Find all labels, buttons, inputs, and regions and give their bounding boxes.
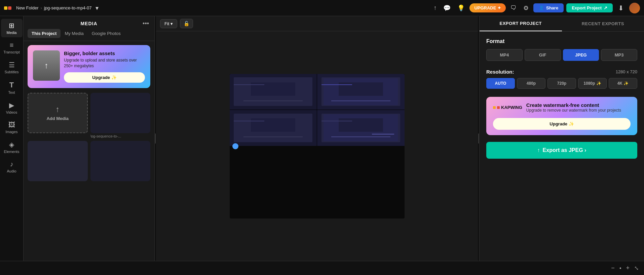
media-panel-more-btn[interactable]: ••• [143,20,149,27]
sidebar-item-videos[interactable]: ▶ Videos [1,99,23,117]
sidebar-item-subtitles-label: Subtitles [4,70,18,74]
export-content: Format MP4 GIF JPEG MP3 Resolution: 1280… [480,32,644,261]
upgrade-card-thumb: ↑ [33,50,60,81]
preview-toolbar: Fit ▾ 🔓 [156,16,478,31]
audio-icon: ♪ [10,160,13,168]
format-mp4-btn[interactable]: MP4 [486,49,523,61]
media-tabs: This Project My Media Google Photos [24,29,154,41]
sidebar-item-text[interactable]: T Text [1,78,23,97]
share-btn[interactable]: 👤 Share [533,3,564,12]
media-panel: MEDIA ••• This Project My Media Google P… [24,16,155,261]
format-mp3-btn[interactable]: MP3 [601,49,637,61]
fit-label: Fit [164,21,169,26]
preview-cell-2 [317,74,405,110]
res-480p-btn[interactable]: 480p [517,78,545,89]
export-panel: EXPORT PROJECT RECENT EXPORTS Format MP4… [479,16,644,261]
left-sidebar: ⊞ Media ≡ Transcript ☰ Subtitles T Text … [0,16,24,261]
upgrade-card-text: Bigger, bolder assets Upgrade to upload … [64,50,145,69]
export-project-label: Export Project [572,5,602,10]
videos-icon: ▶ [9,101,14,109]
upgrade-banner-title: Create watermark-free content [526,102,621,108]
sidebar-item-media-label: Media [7,31,17,35]
logo-sq-red [8,6,11,10]
lock-btn[interactable]: 🔓 [180,19,193,28]
res-1080p-btn[interactable]: 1080p ✨ [578,78,607,89]
res-auto-btn[interactable]: AUTO [486,78,515,89]
upgrade-btn[interactable]: UPGRADE ✦ [469,3,506,12]
chat-icon-btn[interactable]: 🗨 [508,3,519,13]
sidebar-item-subtitles[interactable]: ☰ Subtitles [1,58,23,77]
preview-grid [230,74,405,146]
export-share-icon: ↗ [604,5,607,10]
upgrade-card: ↑ Bigger, bolder assets Upgrade to uploa… [28,45,150,88]
zoom-controls: − • + ⤡ [609,264,639,272]
topbar: New Folder › jpg-sequence-to-mp4-07 ▾ ↑ … [0,0,644,16]
sidebar-item-text-label: Text [8,90,15,94]
export-upload-icon: ↑ [537,147,540,153]
add-media-label: Add Media [46,116,69,121]
export-btn-label: Export as JPEG › [543,147,586,153]
upload-icon-add: ↑ [55,105,60,114]
sidebar-item-images[interactable]: 🖼 Images [1,118,23,136]
export-as-jpeg-btn[interactable]: ↑ Export as JPEG › [486,142,637,159]
sidebar-item-elements[interactable]: ◈ Elements [1,138,23,156]
scrubber-handle[interactable] [232,143,238,149]
resolution-label: Resolution: [486,69,514,75]
tab-this-project[interactable]: This Project [28,29,61,38]
app-logo [4,6,11,10]
sidebar-item-media[interactable]: ⊞ Media [1,19,23,37]
add-media-inner[interactable]: ↑ Add Media [28,93,88,133]
res-720p-btn[interactable]: 720p [547,78,576,89]
breadcrumb-sep: › [40,5,42,10]
folder-name: New Folder [16,5,38,10]
upgrade-banner-inner: KAPWING Create watermark-free content Up… [493,102,631,130]
media-thumb-2[interactable] [28,141,88,181]
settings-btn[interactable]: ⚙ [521,3,531,13]
chat-btn[interactable]: 💬 [441,3,453,13]
images-icon: 🖼 [8,121,15,129]
resolution-options: AUTO 480p 720p 1080p ✨ 4K ✨ [486,78,637,89]
media-panel-title: MEDIA [80,21,97,26]
media-thumb-3[interactable] [90,141,151,181]
zoom-out-btn[interactable]: − [609,264,617,272]
sidebar-item-transcript[interactable]: ≡ Transcript [1,39,23,57]
tab-my-media[interactable]: My Media [61,29,87,38]
format-options: MP4 GIF JPEG MP3 [486,49,637,61]
media-thumb-1-label: jpg-sequence-to-... [90,134,151,138]
upgrade-banner-btn[interactable]: Upgrade ✨ [493,118,631,130]
tab-recent-exports[interactable]: RECENT EXPORTS [562,16,644,31]
lightbulb-btn[interactable]: 💡 [455,3,467,13]
res-4k-btn[interactable]: 4K ✨ [609,78,637,89]
media-thumb-2-inner [28,141,88,181]
tab-google-photos[interactable]: Google Photos [88,29,125,38]
media-panel-header: MEDIA ••• [24,16,154,29]
media-thumb-3-inner [90,141,151,181]
kapwing-logo-text: KAPWING [501,105,522,110]
add-media-thumb[interactable]: ↑ Add Media [28,93,88,138]
project-dropdown-btn[interactable]: ▾ [93,3,101,13]
format-gif-btn[interactable]: GIF [525,49,561,61]
upgrade-banner: KAPWING Create watermark-free content Up… [486,97,637,135]
upgrade-banner-desc: Upgrade to remove our watermark from you… [526,108,621,113]
media-content: ↑ Bigger, bolder assets Upgrade to uploa… [24,41,154,261]
format-jpeg-btn[interactable]: JPEG [563,49,599,61]
download-btn[interactable]: ⬇ [615,3,627,13]
media-thumb-1[interactable]: jpg-sequence-to-... [90,93,151,138]
fit-btn[interactable]: Fit ▾ [160,19,177,28]
upgrade-banner-text: Create watermark-free content Upgrade to… [526,102,621,113]
format-label: Format [486,38,637,44]
preview-cell-3 [230,110,317,146]
share-icon: 👤 [539,5,544,10]
topbar-actions: ↑ 💬 💡 UPGRADE ✦ 🗨 ⚙ 👤 Share Export Proje… [431,3,640,13]
sidebar-item-audio[interactable]: ♪ Audio [1,158,23,176]
avatar[interactable] [629,3,640,13]
upgrade-card-btn[interactable]: Upgrade ✨ [64,72,145,83]
export-project-btn[interactable]: Export Project ↗ [566,3,613,12]
sidebar-item-elements-label: Elements [4,150,20,154]
zoom-in-btn[interactable]: + [624,264,632,272]
tab-export-project[interactable]: EXPORT PROJECT [480,16,562,31]
media-thumb-1-inner [90,93,151,133]
upload-btn[interactable]: ↑ [431,3,439,13]
zoom-reset-btn[interactable]: • [619,265,621,271]
share-label: Share [546,5,558,10]
